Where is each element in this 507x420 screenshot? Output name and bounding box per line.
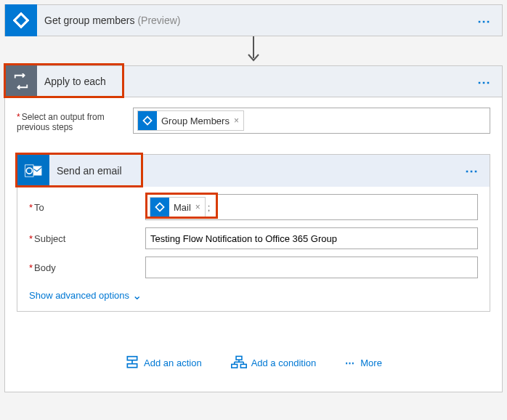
add-action-icon <box>125 355 139 370</box>
apply-to-each-title: Apply to each <box>37 76 106 87</box>
send-email-header[interactable]: Send an email ⋯ <box>17 155 490 187</box>
add-action-button[interactable]: Add an action <box>125 355 202 370</box>
apply-to-each-menu-button[interactable]: ⋯ <box>473 66 496 98</box>
apply-to-each-header[interactable]: Apply to each ⋯ <box>4 65 503 97</box>
connector-arrow <box>0 36 507 65</box>
send-email-card: Send an email ⋯ *To <box>17 154 490 312</box>
azure-ad-icon <box>150 198 169 217</box>
to-field[interactable]: Mail × ; <box>145 194 478 220</box>
action-title: Get group members (Preview) <box>37 15 181 26</box>
loop-icon <box>5 65 37 97</box>
footer-actions: Add an action Add a condition ⋯ More <box>17 312 490 370</box>
action-menu-button[interactable]: ⋯ <box>473 5 496 37</box>
azure-ad-icon <box>5 4 37 36</box>
action-title-text: Get group members <box>44 15 135 26</box>
to-trailing-text: ; <box>208 202 211 213</box>
select-output-field[interactable]: Group Members × <box>133 108 490 134</box>
token-mail[interactable]: Mail × <box>150 197 206 217</box>
azure-ad-icon <box>138 111 157 130</box>
action-title-preview: (Preview) <box>137 15 180 26</box>
svg-rect-18 <box>231 364 237 368</box>
outlook-icon <box>17 155 49 187</box>
svg-rect-13 <box>236 356 242 360</box>
send-email-menu-button[interactable]: ⋯ <box>461 155 484 187</box>
add-condition-icon <box>231 355 247 370</box>
subject-label: *Subject <box>29 233 145 244</box>
send-email-title: Send an email <box>49 165 122 177</box>
ellipsis-icon: ⋯ <box>345 358 356 368</box>
add-condition-button[interactable]: Add a condition <box>231 355 317 370</box>
action-get-group-members-header[interactable]: Get group members (Preview) ⋯ <box>4 4 503 36</box>
token-remove-button[interactable]: × <box>234 116 239 126</box>
subject-input[interactable] <box>145 227 478 249</box>
token-label: Group Members <box>161 116 230 126</box>
token-remove-button[interactable]: × <box>195 202 200 212</box>
token-group-members[interactable]: Group Members × <box>137 110 244 131</box>
show-advanced-options-link[interactable]: Show advanced options ⌄ <box>29 290 142 301</box>
svg-rect-12 <box>127 364 137 368</box>
svg-rect-19 <box>240 364 246 368</box>
body-label: *Body <box>29 262 145 273</box>
to-label: *To <box>29 202 145 213</box>
token-label: Mail <box>174 202 191 213</box>
more-button[interactable]: ⋯ More <box>345 355 382 370</box>
svg-rect-10 <box>127 357 137 360</box>
select-output-label: *Select an output from previous steps <box>17 108 133 132</box>
body-input[interactable] <box>145 257 478 278</box>
chevron-down-icon: ⌄ <box>132 292 142 299</box>
